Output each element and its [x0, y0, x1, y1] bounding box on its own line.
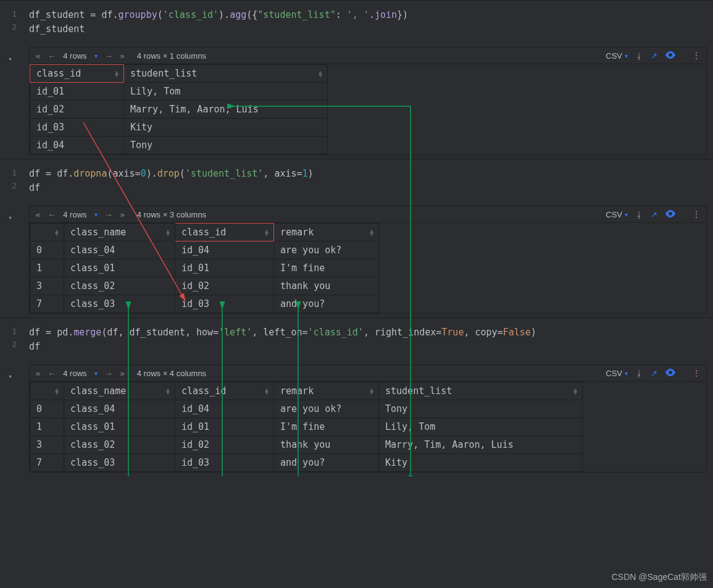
- data-cell: class_04: [64, 242, 175, 259]
- column-header[interactable]: class_name▲▼: [64, 382, 175, 400]
- data-cell: class_03: [64, 454, 175, 472]
- index-cell: 0: [30, 242, 64, 259]
- rows-count: 4 rows: [63, 210, 86, 219]
- export-csv-button[interactable]: CSV ▾: [606, 210, 628, 219]
- collapse-output-icon[interactable]: ▾: [8, 55, 12, 63]
- eye-icon[interactable]: [665, 51, 676, 61]
- next-page-icon[interactable]: →: [105, 369, 113, 378]
- data-cell: class_02: [64, 277, 175, 295]
- data-cell: id_01: [175, 259, 274, 277]
- more-menu-icon[interactable]: ⋮: [692, 209, 700, 219]
- code-editor[interactable]: df = df.dropna(axis=0).drop('student_lis…: [20, 159, 713, 202]
- collapse-output-icon[interactable]: ▾: [8, 372, 12, 380]
- index-cell: 3: [30, 436, 64, 454]
- output-toolbar: «←4 rows▾→»4 rows × 1 columnsCSV ▾⭳↗⋮: [30, 48, 706, 64]
- output-toolbar: «←4 rows▾→»4 rows × 4 columnsCSV ▾⭳↗⋮: [30, 365, 706, 382]
- data-cell: id_01: [175, 418, 274, 436]
- column-header[interactable]: student_list▲▼: [124, 65, 328, 83]
- data-cell: Tony: [379, 400, 583, 418]
- rows-count: 4 rows: [63, 51, 86, 61]
- table-row: 3class_02id_02thank youMarry, Tim, Aaron…: [30, 436, 583, 454]
- export-csv-button[interactable]: CSV ▾: [606, 369, 628, 378]
- column-header[interactable]: remark▲▼: [274, 224, 379, 242]
- data-cell: are you ok?: [274, 400, 379, 418]
- code-cell: 12df = df.dropna(axis=0).drop('student_l…: [0, 159, 713, 202]
- index-cell: id_04: [30, 136, 124, 154]
- index-cell: id_02: [30, 101, 124, 119]
- download-icon[interactable]: ⭳: [635, 210, 643, 219]
- index-cell: 0: [30, 400, 64, 418]
- code-editor[interactable]: df = pd.merge(df, df_student, how='left'…: [20, 318, 713, 361]
- column-header[interactable]: class_id▲▼: [175, 382, 274, 400]
- data-cell: Kity: [124, 119, 328, 136]
- rows-dropdown-icon[interactable]: ▾: [94, 211, 98, 218]
- output-panel: «←4 rows▾→»4 rows × 4 columnsCSV ▾⭳↗⋮▲▼c…: [29, 364, 707, 472]
- data-cell: class_01: [64, 259, 175, 277]
- prev-page-icon[interactable]: ←: [48, 369, 56, 378]
- rows-dropdown-icon[interactable]: ▾: [94, 370, 98, 377]
- index-header[interactable]: class_id▲▼: [30, 65, 124, 83]
- download-icon[interactable]: ⭳: [635, 51, 643, 61]
- dimensions-label: 4 rows × 4 columns: [137, 369, 206, 378]
- open-external-icon[interactable]: ↗: [651, 210, 657, 219]
- code-cell: 12df = pd.merge(df, df_student, how='lef…: [0, 317, 713, 361]
- table-row: 3class_02id_02thank you: [30, 277, 379, 295]
- data-cell: I'm fine: [274, 418, 379, 436]
- data-cell: id_02: [175, 436, 274, 454]
- download-icon[interactable]: ⭳: [635, 369, 643, 378]
- column-header[interactable]: class_name▲▼: [64, 224, 175, 242]
- table-row: id_04Tony: [30, 136, 328, 154]
- line-gutter: 12: [0, 1, 20, 43]
- dimensions-label: 4 rows × 3 columns: [137, 210, 206, 219]
- column-header[interactable]: class_id▲▼: [175, 224, 274, 242]
- last-page-icon[interactable]: »: [120, 51, 125, 61]
- line-gutter: 12: [0, 159, 20, 202]
- table-row: 1class_01id_01I'm fineLily, Tom: [30, 418, 583, 436]
- column-header[interactable]: remark▲▼: [274, 382, 379, 400]
- index-cell: id_03: [30, 119, 124, 136]
- eye-icon[interactable]: [665, 210, 676, 219]
- table-row: 0class_04id_04are you ok?Tony: [30, 400, 583, 418]
- first-page-icon[interactable]: «: [36, 210, 40, 219]
- index-cell: 3: [30, 277, 64, 295]
- more-menu-icon[interactable]: ⋮: [692, 51, 700, 61]
- open-external-icon[interactable]: ↗: [651, 369, 657, 378]
- table-row: 7class_03id_03and you?: [30, 295, 379, 313]
- data-cell: class_01: [64, 418, 175, 436]
- prev-page-icon[interactable]: ←: [48, 51, 56, 61]
- table-row: 1class_01id_01I'm fine: [30, 259, 379, 277]
- index-cell: id_01: [30, 83, 124, 101]
- eye-icon[interactable]: [665, 369, 676, 378]
- data-table: class_id▲▼student_list▲▼id_01Lily, Tomid…: [30, 64, 328, 154]
- line-gutter: 12: [0, 318, 20, 361]
- last-page-icon[interactable]: »: [120, 210, 125, 219]
- data-cell: Kity: [379, 454, 583, 472]
- next-page-icon[interactable]: →: [105, 210, 113, 219]
- prev-page-icon[interactable]: ←: [48, 210, 56, 219]
- data-cell: I'm fine: [274, 259, 379, 277]
- index-cell: 1: [30, 418, 64, 436]
- data-cell: Tony: [124, 136, 328, 154]
- index-header[interactable]: ▲▼: [30, 382, 64, 400]
- next-page-icon[interactable]: →: [105, 51, 113, 61]
- first-page-icon[interactable]: «: [36, 369, 40, 378]
- open-external-icon[interactable]: ↗: [651, 51, 657, 61]
- collapse-output-icon[interactable]: ▾: [8, 214, 12, 222]
- data-cell: and you?: [274, 295, 379, 313]
- more-menu-icon[interactable]: ⋮: [692, 368, 700, 378]
- code-editor[interactable]: df_student = df.groupby('class_id').agg(…: [20, 1, 713, 43]
- data-cell: Marry, Tim, Aaron, Luis: [124, 101, 328, 119]
- index-header[interactable]: ▲▼: [30, 224, 64, 242]
- data-cell: are you ok?: [274, 242, 379, 259]
- code-cell: 12df_student = df.groupby('class_id').ag…: [0, 0, 713, 43]
- index-cell: 7: [30, 295, 64, 313]
- rows-dropdown-icon[interactable]: ▾: [94, 52, 98, 59]
- export-csv-button[interactable]: CSV ▾: [606, 51, 628, 61]
- data-cell: thank you: [274, 277, 379, 295]
- last-page-icon[interactable]: »: [120, 369, 125, 378]
- table-row: 0class_04id_04are you ok?: [30, 242, 379, 259]
- data-cell: id_04: [175, 400, 274, 418]
- data-cell: id_03: [175, 454, 274, 472]
- column-header[interactable]: student_list▲▼: [379, 382, 583, 400]
- first-page-icon[interactable]: «: [36, 51, 40, 61]
